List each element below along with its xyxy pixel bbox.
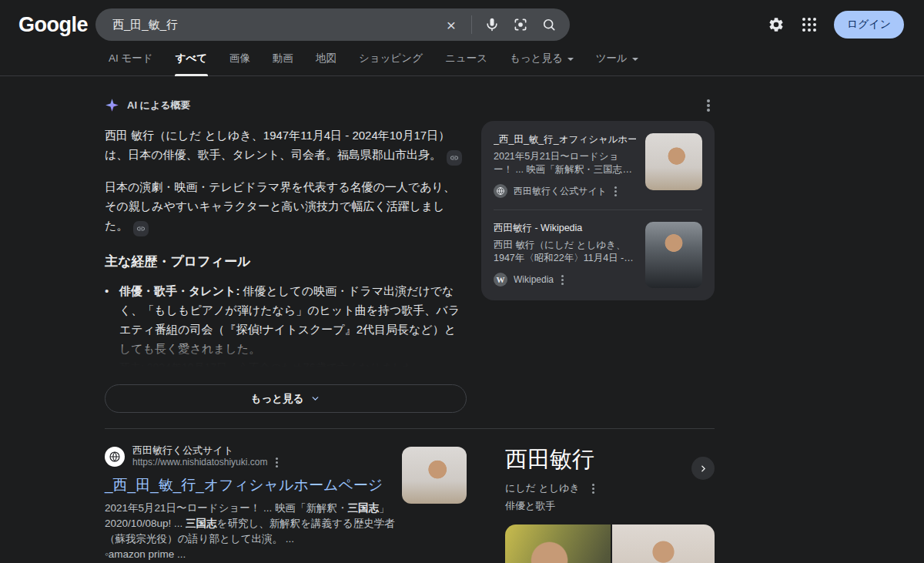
ai-faded-line: 死去: 2024年10月17日、心不全のため76歳で亡くなりました。 — [119, 361, 467, 375]
mic-icon[interactable] — [484, 16, 500, 33]
sparkle-icon — [105, 98, 119, 112]
chevron-down-icon — [632, 58, 638, 61]
result-site-name: 西田敏行く公式サイト — [132, 444, 280, 457]
ai-collapsed-region: • 俳優・歌手・タレント: 俳優としての映画・ドラマ出演だけでなく、「もしもピア… — [105, 281, 467, 375]
kebab-menu-icon[interactable] — [614, 190, 617, 193]
tab-all[interactable]: すべて — [175, 49, 208, 75]
chevron-down-icon — [310, 394, 320, 404]
result-url: https://www.nishidatoshiyuki.com — [132, 457, 267, 468]
lens-camera-icon[interactable] — [512, 16, 529, 33]
result-title-link[interactable]: _西_田_敏_行_オフィシャルホームページ — [105, 475, 383, 495]
globe-favicon — [105, 447, 125, 467]
tab-ai-mode[interactable]: AI モード — [108, 49, 154, 75]
panel-next-button[interactable] — [691, 457, 715, 480]
knowledge-image-grid — [505, 524, 715, 563]
wikipedia-favicon: W — [494, 273, 507, 287]
source-cards-panel: _西_田_敏_行_オフィシャルホームページ 2021年5月21日〜ロードショー！… — [481, 121, 715, 300]
knowledge-photo-main[interactable] — [505, 524, 611, 563]
header: Google × — [0, 0, 924, 49]
chevron-down-icon — [567, 58, 574, 61]
source-card-source: W Wikipedia — [494, 273, 636, 287]
knowledge-photo-top-right[interactable] — [612, 524, 715, 563]
search-results-page: Google × — [0, 0, 924, 563]
header-right: ログイン — [768, 11, 904, 39]
search-result: 西田敏行く公式サイト https://www.nishidatoshiyuki.… — [105, 444, 467, 562]
google-logo[interactable]: Google — [18, 13, 95, 37]
chevron-right-icon — [698, 464, 708, 474]
results-section: 西田敏行く公式サイト https://www.nishidatoshiyuki.… — [105, 444, 715, 563]
source-card[interactable]: _西_田_敏_行_オフィシャルホームページ 2021年5月21日〜ロードショー！… — [494, 133, 702, 198]
source-card-title: 西田敏行 - Wikipedia — [494, 222, 636, 235]
search-input[interactable] — [112, 18, 435, 32]
clear-icon[interactable]: × — [443, 16, 460, 33]
ai-overview-label: AI による概要 — [127, 99, 191, 112]
citation-link-icon[interactable] — [133, 221, 149, 236]
kebab-menu-icon[interactable] — [276, 461, 278, 464]
kebab-menu-icon[interactable] — [561, 279, 564, 281]
ai-profile-heading: 主な経歴・プロフィール — [105, 253, 467, 270]
kebab-menu-icon[interactable] — [592, 488, 594, 490]
result-header[interactable]: 西田敏行く公式サイト https://www.nishidatoshiyuki.… — [105, 444, 396, 468]
tab-news[interactable]: ニュース — [444, 49, 488, 75]
signin-button[interactable]: ログイン — [834, 11, 904, 39]
tab-tools[interactable]: ツール — [595, 49, 639, 75]
ai-bullet-lead: 俳優・歌手・タレント: — [119, 284, 239, 297]
source-card-thumbnail[interactable] — [645, 133, 702, 190]
citation-link-icon[interactable] — [447, 150, 462, 166]
source-card-source: 西田敏行く公式サイト — [494, 184, 636, 198]
source-card-thumbnail[interactable] — [645, 222, 702, 288]
section-divider — [105, 428, 715, 429]
ai-overview-header: AI による概要 — [105, 96, 467, 112]
kebab-menu-icon[interactable] — [707, 104, 710, 107]
knowledge-subtitle: 俳優と歌手 — [505, 499, 715, 513]
search-bar-divider — [471, 15, 472, 34]
search-tabs: AI モード すべて 画像 動画 地図 ショッピング ニュース もっと見る ツー… — [0, 49, 924, 76]
tab-more[interactable]: もっと見る — [509, 49, 574, 75]
settings-gear-icon[interactable] — [768, 16, 785, 33]
search-bar-icons: × — [443, 15, 557, 34]
ai-paragraph: 西田 敏行（にしだ としゆき、1947年11月4日 - 2024年10月17日）… — [105, 126, 467, 166]
card-divider — [494, 209, 702, 210]
ai-paragraph: 日本の演劇・映画・テレビドラマ界を代表する名優の一人であり、その親しみやすいキャ… — [105, 177, 467, 236]
result-thumbnail[interactable] — [402, 447, 467, 504]
result-snippet-line2: ◦amazon prime ... — [105, 547, 396, 562]
source-card-snippet: 西田 敏行（にしだ としゆき、1947年〈昭和22年〉11月4日 - 2024年… — [494, 239, 636, 265]
result-snippet: 2021年5月21日〜ロードショー！ ... 映画「新解釈・三国志」 2020/… — [105, 501, 396, 547]
tab-shopping[interactable]: ショッピング — [358, 49, 424, 75]
tab-images[interactable]: 画像 — [229, 49, 251, 75]
ai-overview-section: AI による概要 西田 敏行（にしだ としゆき、1947年11月4日 - 202… — [105, 96, 715, 413]
knowledge-title: 西田敏行 — [505, 444, 715, 475]
source-card-title: _西_田_敏_行_オフィシャルホームページ — [494, 133, 636, 146]
search-bar[interactable]: × — [95, 8, 570, 41]
source-card[interactable]: 西田敏行 - Wikipedia 西田 敏行（にしだ としゆき、1947年〈昭和… — [494, 222, 702, 288]
search-icon[interactable] — [541, 16, 557, 33]
ai-bullet-item: • 俳優・歌手・タレント: 俳優としての映画・ドラマ出演だけでなく、「もしもピア… — [105, 281, 467, 358]
apps-grid-icon[interactable] — [801, 16, 818, 33]
ai-overview-menu — [481, 96, 715, 121]
content: AI による概要 西田 敏行（にしだ としゆき、1947年11月4日 - 202… — [105, 76, 715, 563]
tab-videos[interactable]: 動画 — [272, 49, 294, 75]
globe-favicon — [494, 184, 507, 198]
show-more-button[interactable]: もっと見る — [105, 384, 467, 413]
tab-maps[interactable]: 地図 — [315, 49, 337, 75]
knowledge-reading: にしだ としゆき — [505, 481, 580, 495]
source-card-snippet: 2021年5月21日〜ロードショー！ ... 映画「新解釈・三国志」 2020/… — [494, 150, 636, 176]
knowledge-panel: 西田敏行 にしだ としゆき 俳優と歌手 — [505, 444, 715, 563]
